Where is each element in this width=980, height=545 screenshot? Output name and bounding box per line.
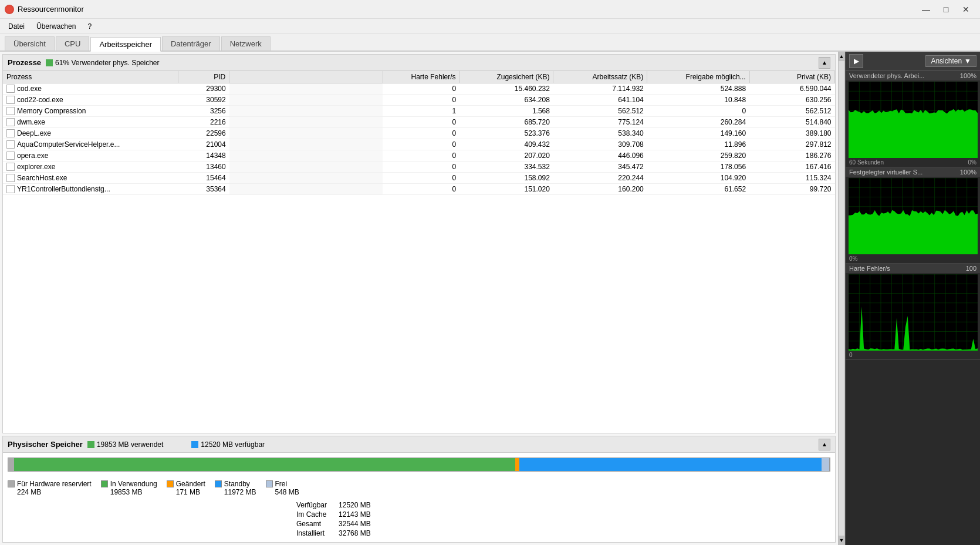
legend-used-name: In Verwendung (110, 480, 157, 488)
cell-privat: 389.180 (749, 128, 834, 139)
close-button[interactable]: ✕ (957, 4, 975, 15)
table-row[interactable]: YR1ControllerButtondienstg... 35364 0 15… (3, 184, 835, 195)
cell-freigabe: 10.848 (647, 95, 749, 106)
cell-zugesichert: 334.532 (459, 162, 553, 173)
cell-pid: 29300 (178, 83, 229, 95)
row-checkbox[interactable] (6, 140, 15, 149)
cell-arbeitssatz: 775.124 (553, 117, 647, 128)
col-freigabe: Freigabe möglich... (647, 71, 749, 83)
tab-netzwerk[interactable]: Netzwerk (221, 36, 271, 51)
mem-free-segment (822, 458, 830, 471)
legend-used-value: 19853 MB (101, 488, 143, 496)
svg-rect-0 (46, 59, 53, 66)
cell-freigabe: 149.160 (647, 128, 749, 139)
cell-hf: 0 (383, 83, 459, 95)
tab-arbeitsspeicher[interactable]: Arbeitsspeicher (90, 37, 161, 52)
table-row[interactable]: dwm.exe 2216 0 685.720 775.124 260.284 5… (3, 117, 835, 128)
legend-modified-value: 171 MB (167, 488, 200, 496)
col-prozess: Prozess (3, 71, 178, 83)
tab-datentrager[interactable]: Datenträger (162, 36, 220, 51)
legend-standby: Standby 11972 MB (215, 480, 256, 496)
cell-freigabe: 259.820 (647, 150, 749, 162)
row-checkbox[interactable] (6, 107, 15, 115)
mem-info-values: 12520 MB 12143 MB 32544 MB 32768 MB (339, 501, 371, 537)
cell-hf: 0 (383, 150, 459, 162)
value-installiert: 32768 MB (339, 529, 371, 537)
table-row[interactable]: cod.exe 29300 0 15.460.232 7.114.932 524… (3, 83, 835, 95)
cell-graph (229, 139, 383, 150)
minimize-button[interactable]: — (917, 4, 935, 15)
row-checkbox[interactable] (6, 118, 15, 126)
row-checkbox[interactable] (6, 163, 15, 171)
chart-virtual-memory-label: 0% (846, 255, 980, 263)
table-row[interactable]: explorer.exe 13460 0 334.532 345.472 178… (3, 162, 835, 173)
col-graph (229, 71, 383, 83)
cell-name: cod.exe (3, 83, 178, 94)
tab-ubersicht[interactable]: Übersicht (5, 36, 55, 51)
row-checkbox[interactable] (6, 96, 15, 104)
process-name: explorer.exe (17, 163, 55, 171)
process-table-container[interactable]: Prozess PID Harte Fehler/s Zugesichert (… (3, 71, 835, 433)
memory-used-status: 19853 MB verwendet (87, 440, 163, 449)
row-checkbox[interactable] (6, 129, 15, 137)
chart-virtual-memory-header: Festgelegter virtueller S... 100% (846, 167, 980, 177)
maximize-button[interactable]: □ (937, 4, 955, 15)
cell-hf: 1 (383, 106, 459, 117)
process-name: cod.exe (17, 85, 42, 93)
expand-panel-button[interactable]: ▶ (849, 54, 863, 68)
process-name: Memory Compression (17, 107, 86, 115)
row-checkbox[interactable] (6, 85, 15, 93)
cell-arbeitssatz: 538.340 (553, 128, 647, 139)
cell-hf: 0 (383, 95, 459, 106)
process-collapse-button[interactable]: ▲ (819, 57, 830, 69)
menu-help[interactable]: ? (84, 21, 95, 32)
process-name: opera.exe (17, 152, 48, 160)
chart-used-memory-time: 60 Sekunden (849, 159, 884, 166)
chart-used-memory-label: 60 Sekunden 0% (846, 159, 980, 167)
cell-pid: 3256 (178, 106, 229, 117)
cell-graph (229, 162, 383, 173)
app-icon (5, 5, 14, 14)
table-row[interactable]: DeepL.exe 22596 0 523.376 538.340 149.16… (3, 128, 835, 139)
cell-hf: 0 (383, 128, 459, 139)
memory-collapse-button[interactable]: ▲ (819, 439, 830, 450)
cell-arbeitssatz: 7.114.932 (553, 83, 647, 95)
table-row[interactable]: opera.exe 14348 0 207.020 446.096 259.82… (3, 150, 835, 162)
legend-used-color (101, 480, 108, 487)
memory-used-icon (87, 441, 94, 448)
process-section-title: Prozesse (8, 58, 41, 67)
cell-hf: 0 (383, 184, 459, 195)
legend-hw-value: 224 MB (8, 488, 41, 496)
cell-freigabe: 524.888 (647, 83, 749, 95)
table-row[interactable]: Memory Compression 3256 1 1.568 562.512 … (3, 106, 835, 117)
process-status-icon (46, 59, 53, 66)
cell-arbeitssatz: 160.200 (553, 184, 647, 195)
ansichten-button[interactable]: Ansichten ▼ (925, 55, 976, 67)
cell-hf: 0 (383, 139, 459, 150)
row-checkbox[interactable] (6, 152, 15, 160)
chart-used-memory: Verwendeter phys. Arbei... 100% 60 Sekun… (846, 71, 980, 167)
cell-freigabe: 104.920 (647, 173, 749, 184)
physical-memory-title: Physischer Speicher (8, 440, 83, 449)
chart-used-memory-pct: 100% (960, 72, 976, 79)
cell-freigabe: 178.056 (647, 162, 749, 173)
cell-privat: 297.812 (749, 139, 834, 150)
menu-uberwachen[interactable]: Überwachen (33, 21, 79, 32)
table-row[interactable]: AquaComputerServiceHelper.e... 21004 0 4… (3, 139, 835, 150)
tab-cpu[interactable]: CPU (56, 36, 89, 51)
chart-virtual-memory-title: Festgelegter virtueller S... (849, 169, 922, 176)
vertical-scrollbar[interactable]: ▲ ▼ (838, 52, 845, 545)
process-section-header: Prozesse 61% Verwendeter phys. Speicher … (3, 55, 835, 71)
row-checkbox[interactable] (6, 174, 15, 182)
legend-free-color (266, 480, 273, 487)
cell-zugesichert: 207.020 (459, 150, 553, 162)
cell-pid: 14348 (178, 150, 229, 162)
row-checkbox[interactable] (6, 185, 15, 193)
table-row[interactable]: SearchHost.exe 15464 0 158.092 220.244 1… (3, 173, 835, 184)
table-row[interactable]: cod22-cod.exe 30592 0 634.208 641.104 10… (3, 95, 835, 106)
menu-datei[interactable]: Datei (5, 21, 28, 32)
title-bar: Ressourcenmonitor — □ ✕ (0, 0, 980, 19)
cell-zugesichert: 158.092 (459, 173, 553, 184)
memory-stats-area: Verfügbar Im Cache Gesamt Installiert 12… (3, 499, 835, 542)
col-zugesichert: Zugesichert (KB) (459, 71, 553, 83)
